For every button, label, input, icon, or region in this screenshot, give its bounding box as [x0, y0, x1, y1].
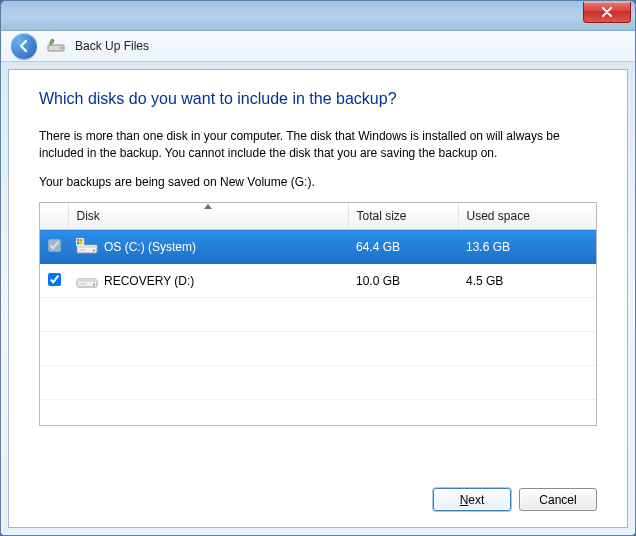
page-heading: Which disks do you want to include in th… [39, 90, 597, 108]
app-icon [47, 37, 65, 55]
svg-rect-9 [77, 242, 80, 245]
disk-total-size: 64.4 GB [348, 230, 458, 264]
column-disk[interactable]: Disk [68, 203, 348, 230]
svg-point-4 [93, 249, 95, 251]
content-area: Which disks do you want to include in th… [8, 69, 628, 528]
window-frame: Back Up Files Which disks do you want to… [0, 0, 636, 536]
disk-table: Disk Total size Used space [39, 202, 597, 426]
page-body-1: There is more than one disk in your comp… [39, 128, 597, 162]
column-used-space[interactable]: Used space [458, 203, 596, 230]
sort-ascending-icon [204, 204, 212, 209]
page-body-2: Your backups are being saved on New Volu… [39, 174, 597, 191]
close-icon [601, 7, 613, 17]
svg-rect-12 [77, 279, 97, 282]
disk-total-size: 10.0 GB [348, 264, 458, 298]
footer: Next Cancel [39, 474, 597, 511]
nav-title: Back Up Files [75, 39, 149, 53]
svg-rect-10 [80, 242, 83, 245]
disk-name: RECOVERY (D:) [104, 274, 194, 288]
disk-used-space: 13.6 GB [458, 230, 596, 264]
close-button[interactable] [583, 2, 631, 23]
drive-icon [76, 238, 98, 256]
svg-point-13 [93, 283, 95, 285]
column-checkbox[interactable] [40, 203, 68, 230]
svg-point-1 [60, 47, 62, 49]
table-row [40, 366, 596, 400]
svg-rect-7 [77, 239, 80, 242]
disk-used-space: 4.5 GB [458, 264, 596, 298]
titlebar [1, 1, 635, 31]
table-row [40, 298, 596, 332]
disk-include-checkbox [48, 239, 61, 252]
table-header-row: Disk Total size Used space [40, 203, 596, 230]
column-used-label: Used space [467, 209, 530, 223]
table-row[interactable]: RECOVERY (D:)10.0 GB4.5 GB [40, 264, 596, 298]
svg-rect-14 [79, 283, 86, 284]
disk-name: OS (C:) (System) [104, 240, 196, 254]
back-arrow-icon [16, 38, 32, 54]
column-total-size[interactable]: Total size [348, 203, 458, 230]
table-row[interactable]: OS (C:) (System)64.4 GB13.6 GB [40, 230, 596, 264]
column-disk-label: Disk [77, 209, 100, 223]
disk-include-checkbox[interactable] [48, 273, 61, 286]
table-row [40, 400, 596, 427]
svg-rect-5 [79, 249, 86, 250]
cancel-button[interactable]: Cancel [519, 488, 597, 511]
navbar: Back Up Files [1, 31, 635, 62]
table-row [40, 332, 596, 366]
next-button[interactable]: Next [433, 488, 511, 511]
svg-rect-8 [80, 239, 83, 242]
column-total-label: Total size [357, 209, 407, 223]
back-button[interactable] [11, 33, 37, 59]
drive-icon [76, 272, 98, 290]
